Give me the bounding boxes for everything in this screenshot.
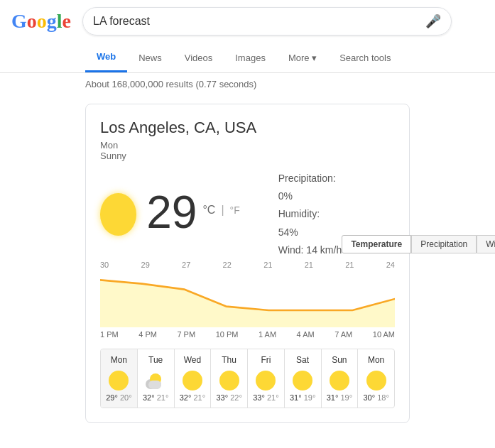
val-2: 29 (141, 261, 150, 269)
svg-marker-0 (100, 280, 395, 327)
time-7: 7 AM (334, 330, 352, 339)
chart-tabs: Temperature Precipitation Wind (342, 235, 495, 253)
results-info: About 168,000,000 results (0.77 seconds) (0, 73, 495, 95)
forecast-row: Mon 29° 20° Tue 32° 21° Wed 32° 21° Thu … (100, 349, 395, 408)
forecast-day-fri[interactable]: Fri 33° 21° (248, 349, 285, 408)
forecast-icon-mon2 (366, 371, 386, 390)
forecast-label-fri: Fri (261, 355, 271, 365)
time-6: 4 AM (297, 330, 315, 339)
forecast-temps-sat: 31° 19° (290, 393, 315, 402)
forecast-label-thu: Thu (222, 355, 236, 365)
val-3: 27 (182, 261, 190, 269)
forecast-icon-fri (256, 371, 276, 390)
forecast-icon-wed (183, 371, 202, 390)
forecast-icon-tue (144, 371, 167, 390)
forecast-day-tue[interactable]: Tue 32° 21° (138, 349, 175, 408)
time-2: 4 PM (138, 330, 157, 339)
logo-letter-e: e (62, 10, 71, 33)
forecast-temps-thu: 33° 22° (216, 393, 241, 402)
forecast-label-sat: Sat (296, 355, 309, 365)
val-6: 21 (305, 261, 313, 269)
forecast-temps-mon1: 29° 20° (106, 393, 131, 402)
google-logo: G o o g l e (11, 10, 71, 33)
forecast-label-tue: Tue (148, 355, 163, 365)
time-5: 1 AM (259, 330, 276, 339)
nav-item-news[interactable]: News (127, 44, 173, 72)
temperature-chart (100, 271, 395, 327)
val-8: 24 (386, 261, 395, 269)
condition-label: Sunny (100, 151, 395, 161)
time-3: 7 PM (177, 330, 195, 339)
forecast-temps-sun: 31° 19° (327, 393, 352, 402)
humidity-label: Humidity: 54% (278, 205, 342, 241)
forecast-day-sun[interactable]: Sun 31° 19° (322, 349, 359, 408)
time-1: 1 PM (100, 330, 119, 339)
forecast-icon-sun (330, 371, 349, 390)
nav-item-images[interactable]: Images (224, 44, 277, 72)
val-1: 30 (100, 261, 109, 269)
forecast-icon-sat (293, 371, 312, 390)
forecast-temps-wed: 32° 21° (180, 393, 205, 402)
time-labels: 1 PM 4 PM 7 PM 10 PM 1 AM 4 AM 7 AM 10 A… (100, 327, 395, 342)
results-count: About 168,000,000 results (0.77 seconds) (85, 79, 256, 89)
time-8: 10 AM (373, 330, 395, 339)
day-name: Mon (100, 140, 395, 151)
tab-precipitation[interactable]: Precipitation (411, 235, 477, 253)
microphone-icon[interactable]: 🎤 (425, 13, 441, 29)
forecast-temps-mon2: 30° 18° (363, 393, 388, 402)
forecast-day-wed[interactable]: Wed 32° 21° (175, 349, 212, 408)
forecast-label-mon1: Mon (111, 355, 127, 365)
nav-item-videos[interactable]: Videos (173, 44, 224, 72)
val-7: 21 (345, 261, 354, 269)
search-bar[interactable]: 🎤 (82, 7, 452, 35)
tab-wind[interactable]: Wind (477, 235, 495, 253)
forecast-temps-tue: 32° 21° (143, 393, 168, 402)
logo-letter-g: G (11, 10, 27, 33)
city-name: Los Angeles, CA, USA (100, 119, 395, 137)
weather-card: Los Angeles, CA, USA Mon Sunny 29 °C | °… (85, 104, 410, 423)
chart-value-labels: 30 29 27 22 21 21 21 24 (100, 259, 395, 271)
nav-item-more[interactable]: More ▾ (277, 44, 328, 72)
forecast-temps-fri: 33° 21° (253, 393, 278, 402)
val-5: 21 (263, 261, 272, 269)
time-4: 10 PM (216, 330, 239, 339)
forecast-day-mon-selected[interactable]: Mon 29° 20° (101, 349, 138, 408)
forecast-day-mon2[interactable]: Mon 30° 18° (358, 349, 394, 408)
temp-unit-c: °C (202, 204, 215, 217)
temp-unit-sep: | (221, 204, 224, 217)
temp-unit-f: °F (230, 204, 240, 216)
val-4: 22 (223, 261, 232, 269)
logo-letter-l: l (57, 10, 62, 33)
weather-details: Precipitation: 0% Humidity: 54% Wind: 14… (278, 170, 342, 259)
nav-item-search-tools[interactable]: Search tools (328, 44, 402, 72)
logo-letter-g2: g (47, 10, 57, 33)
forecast-day-sat[interactable]: Sat 31° 19° (285, 349, 322, 408)
precipitation-label: Precipitation: 0% (278, 170, 342, 205)
weather-sun-icon (100, 193, 136, 236)
forecast-day-thu[interactable]: Thu 33° 22° (211, 349, 248, 408)
logo-letter-o1: o (27, 10, 37, 33)
forecast-icon-thu (219, 371, 239, 390)
logo-letter-o2: o (37, 10, 47, 33)
wind-label: Wind: 14 km/h (278, 241, 342, 259)
temperature-value: 29 (146, 190, 197, 235)
header: G o o g l e 🎤 (0, 0, 495, 43)
forecast-label-sun: Sun (332, 355, 347, 365)
tab-temperature[interactable]: Temperature (342, 235, 411, 253)
forecast-icon-mon1 (109, 371, 129, 390)
nav-item-web[interactable]: Web (85, 43, 127, 72)
temperature-row: 29 °C | °F (146, 190, 239, 235)
forecast-label-wed: Wed (184, 355, 201, 365)
search-input[interactable] (93, 15, 425, 28)
forecast-label-mon2: Mon (368, 355, 384, 365)
search-nav: Web News Videos Images More ▾ Search too… (0, 43, 495, 73)
